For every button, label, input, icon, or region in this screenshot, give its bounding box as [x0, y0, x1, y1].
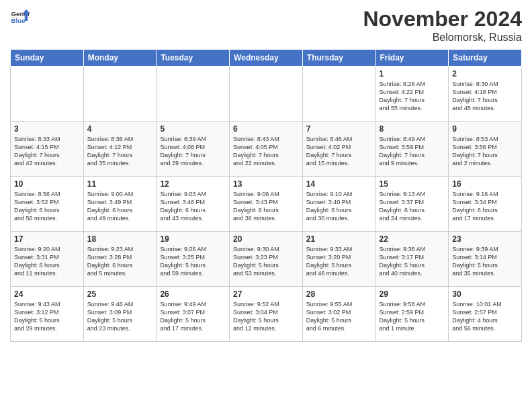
- day-number: 19: [160, 234, 226, 244]
- day-number: 4: [87, 124, 153, 134]
- day-info: Sunrise: 9:36 AM Sunset: 3:17 PM Dayligh…: [380, 245, 445, 278]
- calendar-day-cell: 28Sunrise: 9:55 AM Sunset: 3:02 PM Dayli…: [302, 287, 375, 342]
- calendar-day-cell: 25Sunrise: 9:46 AM Sunset: 3:09 PM Dayli…: [83, 287, 157, 342]
- calendar-day-cell: 12Sunrise: 9:03 AM Sunset: 3:46 PM Dayli…: [157, 177, 230, 232]
- day-number: 18: [87, 234, 153, 244]
- day-info: Sunrise: 9:23 AM Sunset: 3:28 PM Dayligh…: [87, 245, 153, 278]
- day-number: 21: [306, 234, 372, 244]
- calendar-day-cell: 22Sunrise: 9:36 AM Sunset: 3:17 PM Dayli…: [375, 232, 449, 287]
- calendar-day-cell: 10Sunrise: 8:56 AM Sunset: 3:52 PM Dayli…: [11, 177, 84, 232]
- day-of-week-header: Thursday: [302, 50, 375, 66]
- svg-text:Blue: Blue: [11, 17, 26, 24]
- month-year-title: November 2024: [363, 7, 522, 32]
- day-number: 23: [452, 234, 518, 244]
- day-number: 5: [160, 124, 226, 134]
- calendar-week-row: 3Sunrise: 8:33 AM Sunset: 4:15 PM Daylig…: [11, 122, 522, 177]
- day-info: Sunrise: 9:30 AM Sunset: 3:23 PM Dayligh…: [233, 245, 299, 278]
- calendar-day-cell: 24Sunrise: 9:43 AM Sunset: 3:12 PM Dayli…: [11, 287, 84, 342]
- calendar-day-cell: 13Sunrise: 9:06 AM Sunset: 3:43 PM Dayli…: [230, 177, 303, 232]
- page-container: General Blue November 2024 Belomorsk, Ru…: [0, 0, 532, 349]
- calendar-week-row: 17Sunrise: 9:20 AM Sunset: 3:31 PM Dayli…: [11, 232, 522, 287]
- day-info: Sunrise: 8:43 AM Sunset: 4:05 PM Dayligh…: [233, 135, 299, 168]
- day-info: Sunrise: 8:49 AM Sunset: 3:59 PM Dayligh…: [380, 135, 445, 168]
- calendar-day-cell: 27Sunrise: 9:52 AM Sunset: 3:04 PM Dayli…: [230, 287, 303, 342]
- day-number: 24: [14, 289, 80, 299]
- calendar-day-cell: 1Sunrise: 8:26 AM Sunset: 4:22 PM Daylig…: [375, 66, 449, 122]
- calendar-day-cell: [302, 66, 375, 122]
- calendar-day-cell: 20Sunrise: 9:30 AM Sunset: 3:23 PM Dayli…: [230, 232, 303, 287]
- day-of-week-header: Friday: [375, 50, 449, 66]
- day-info: Sunrise: 9:52 AM Sunset: 3:04 PM Dayligh…: [233, 300, 299, 333]
- day-info: Sunrise: 10:01 AM Sunset: 2:57 PM Daylig…: [452, 300, 518, 333]
- day-info: Sunrise: 9:00 AM Sunset: 3:49 PM Dayligh…: [87, 190, 153, 223]
- day-number: 3: [14, 124, 80, 134]
- day-of-week-header: Tuesday: [157, 50, 230, 66]
- day-number: 9: [452, 124, 518, 134]
- day-of-week-header: Sunday: [11, 50, 84, 66]
- day-number: 14: [306, 179, 372, 189]
- day-info: Sunrise: 9:49 AM Sunset: 3:07 PM Dayligh…: [160, 300, 226, 333]
- day-info: Sunrise: 9:58 AM Sunset: 2:59 PM Dayligh…: [380, 300, 445, 333]
- day-info: Sunrise: 9:46 AM Sunset: 3:09 PM Dayligh…: [87, 300, 153, 333]
- day-info: Sunrise: 9:33 AM Sunset: 3:20 PM Dayligh…: [306, 245, 372, 278]
- calendar-day-cell: [83, 66, 157, 122]
- day-info: Sunrise: 9:20 AM Sunset: 3:31 PM Dayligh…: [14, 245, 80, 278]
- calendar-day-cell: 21Sunrise: 9:33 AM Sunset: 3:20 PM Dayli…: [302, 232, 375, 287]
- day-of-week-header: Saturday: [449, 50, 522, 66]
- day-info: Sunrise: 8:33 AM Sunset: 4:15 PM Dayligh…: [14, 135, 80, 168]
- calendar-day-cell: 5Sunrise: 8:39 AM Sunset: 4:08 PM Daylig…: [157, 122, 230, 177]
- day-number: 16: [452, 179, 518, 189]
- day-number: 2: [452, 69, 518, 79]
- calendar-day-cell: [11, 66, 84, 122]
- day-number: 22: [380, 234, 445, 244]
- header: General Blue November 2024 Belomorsk, Ru…: [10, 7, 522, 44]
- calendar-table: SundayMondayTuesdayWednesdayThursdayFrid…: [10, 49, 522, 342]
- calendar-day-cell: 26Sunrise: 9:49 AM Sunset: 3:07 PM Dayli…: [157, 287, 230, 342]
- day-number: 1: [380, 69, 445, 79]
- day-info: Sunrise: 9:06 AM Sunset: 3:43 PM Dayligh…: [233, 190, 299, 223]
- calendar-day-cell: 3Sunrise: 8:33 AM Sunset: 4:15 PM Daylig…: [11, 122, 84, 177]
- calendar-day-cell: 30Sunrise: 10:01 AM Sunset: 2:57 PM Dayl…: [449, 287, 522, 342]
- day-info: Sunrise: 9:55 AM Sunset: 3:02 PM Dayligh…: [306, 300, 372, 333]
- calendar-week-row: 24Sunrise: 9:43 AM Sunset: 3:12 PM Dayli…: [11, 287, 522, 342]
- day-number: 20: [233, 234, 299, 244]
- calendar-day-cell: 15Sunrise: 9:13 AM Sunset: 3:37 PM Dayli…: [375, 177, 449, 232]
- logo: General Blue: [10, 7, 30, 27]
- calendar-day-cell: [230, 66, 303, 122]
- location-subtitle: Belomorsk, Russia: [363, 32, 522, 44]
- calendar-day-cell: 18Sunrise: 9:23 AM Sunset: 3:28 PM Dayli…: [83, 232, 157, 287]
- day-info: Sunrise: 9:10 AM Sunset: 3:40 PM Dayligh…: [306, 190, 372, 223]
- day-info: Sunrise: 8:46 AM Sunset: 4:02 PM Dayligh…: [306, 135, 372, 168]
- calendar-day-cell: 9Sunrise: 8:53 AM Sunset: 3:56 PM Daylig…: [449, 122, 522, 177]
- day-number: 28: [306, 289, 372, 299]
- day-number: 30: [452, 289, 518, 299]
- day-number: 17: [14, 234, 80, 244]
- day-info: Sunrise: 9:43 AM Sunset: 3:12 PM Dayligh…: [14, 300, 80, 333]
- day-number: 11: [87, 179, 153, 189]
- calendar-day-cell: 23Sunrise: 9:39 AM Sunset: 3:14 PM Dayli…: [449, 232, 522, 287]
- day-info: Sunrise: 8:30 AM Sunset: 4:18 PM Dayligh…: [452, 80, 518, 113]
- calendar-week-row: 10Sunrise: 8:56 AM Sunset: 3:52 PM Dayli…: [11, 177, 522, 232]
- day-info: Sunrise: 8:39 AM Sunset: 4:08 PM Dayligh…: [160, 135, 226, 168]
- calendar-day-cell: 16Sunrise: 9:16 AM Sunset: 3:34 PM Dayli…: [449, 177, 522, 232]
- calendar-day-cell: 14Sunrise: 9:10 AM Sunset: 3:40 PM Dayli…: [302, 177, 375, 232]
- calendar-day-cell: 11Sunrise: 9:00 AM Sunset: 3:49 PM Dayli…: [83, 177, 157, 232]
- day-info: Sunrise: 9:03 AM Sunset: 3:46 PM Dayligh…: [160, 190, 226, 223]
- day-number: 12: [160, 179, 226, 189]
- day-of-week-header: Monday: [83, 50, 157, 66]
- day-info: Sunrise: 8:53 AM Sunset: 3:56 PM Dayligh…: [452, 135, 518, 168]
- day-info: Sunrise: 8:36 AM Sunset: 4:12 PM Dayligh…: [87, 135, 153, 168]
- calendar-day-cell: 4Sunrise: 8:36 AM Sunset: 4:12 PM Daylig…: [83, 122, 157, 177]
- day-info: Sunrise: 9:16 AM Sunset: 3:34 PM Dayligh…: [452, 190, 518, 223]
- day-number: 8: [380, 124, 445, 134]
- day-number: 13: [233, 179, 299, 189]
- day-number: 29: [380, 289, 445, 299]
- calendar-header-row: SundayMondayTuesdayWednesdayThursdayFrid…: [11, 50, 522, 66]
- day-info: Sunrise: 9:39 AM Sunset: 3:14 PM Dayligh…: [452, 245, 518, 278]
- calendar-day-cell: 7Sunrise: 8:46 AM Sunset: 4:02 PM Daylig…: [302, 122, 375, 177]
- day-number: 25: [87, 289, 153, 299]
- day-number: 7: [306, 124, 372, 134]
- calendar-day-cell: 8Sunrise: 8:49 AM Sunset: 3:59 PM Daylig…: [375, 122, 449, 177]
- day-info: Sunrise: 8:26 AM Sunset: 4:22 PM Dayligh…: [380, 80, 445, 113]
- calendar-week-row: 1Sunrise: 8:26 AM Sunset: 4:22 PM Daylig…: [11, 66, 522, 122]
